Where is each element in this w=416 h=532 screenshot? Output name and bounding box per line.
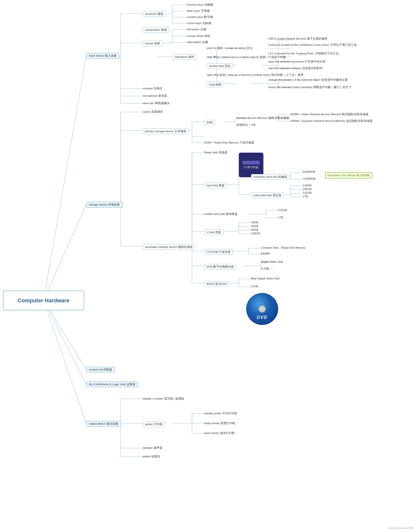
plotter-label: plotter 绘图仪 bbox=[143, 455, 160, 458]
ssd-512-label: 512GB bbox=[303, 191, 312, 194]
mouse-wheel-node: mouse wheel 滚轮 bbox=[187, 34, 210, 38]
u-128gb-node: 128GB bbox=[251, 232, 260, 235]
alu-node: ALU (Arithmetic & Logic Unit) 运算器 bbox=[86, 382, 138, 387]
ssd-1tb-node: 1TB bbox=[303, 195, 308, 198]
number-keys-label: number keys 数字键 bbox=[187, 16, 213, 18]
scanner-node: scanner 扫描仪 bbox=[143, 87, 162, 90]
cdrom-size-node: 640MB bbox=[261, 252, 270, 255]
floppy-line-3 bbox=[242, 163, 260, 164]
ssd-128-label: 128GB bbox=[303, 184, 312, 187]
rom-label: ROM = Read-Only Memory 只读存储器 bbox=[204, 141, 254, 144]
sram-label: SRAM = Static Random Access Memory 静态随机存… bbox=[290, 113, 368, 116]
start-software-node: start the selected software 启动选中的软件 bbox=[268, 66, 323, 70]
keyboard-label: keyboard 键盘 bbox=[143, 11, 166, 17]
storage-device-label: storage device 存储设备 bbox=[86, 202, 123, 208]
drag-label: drag 拖拽 bbox=[207, 82, 224, 87]
right-click-node: right-click 右击 = pop up a shortcut (cont… bbox=[207, 73, 304, 77]
ram-node: RAM bbox=[204, 120, 215, 125]
mouse-label: mouse 鼠标 bbox=[143, 41, 162, 46]
input-device-node: input device 输入设备 bbox=[86, 53, 119, 59]
u-16gb-node: 16GB bbox=[251, 221, 258, 224]
double-click-label: double-click 双击 bbox=[207, 63, 233, 69]
mouse-node: mouse 鼠标 bbox=[143, 41, 162, 46]
svg-line-1 bbox=[44, 204, 86, 300]
luzhou-label: Luzhou is located at the confluence of t… bbox=[268, 43, 360, 46]
alu-label: ALU (Arithmetic & Logic Unit) 运算器 bbox=[86, 382, 138, 387]
open-doc-label: open the selected document 打开选中的文档 bbox=[268, 60, 325, 63]
floppy-lines bbox=[242, 161, 260, 164]
ssd-node: solid state disk 固态盘 bbox=[251, 193, 284, 198]
bdvd-size-label: 27GB bbox=[251, 285, 258, 288]
u-disk-label: U disk 优盘 bbox=[204, 229, 223, 235]
double-click-node: double-click 双击 bbox=[207, 63, 233, 69]
rpm5400-label: 5400RPM bbox=[303, 170, 315, 173]
ssd-256-node: 256GB bbox=[303, 188, 312, 191]
hard-disk-label: hard disk 硬盘 bbox=[204, 183, 227, 188]
keyboard-node: keyboard 键盘 bbox=[143, 11, 166, 17]
bdvd-full-label: Blue Digital Video Disk bbox=[251, 277, 280, 280]
dram-label: DRAM = Dynamic Random Access Memory 动态随机… bbox=[290, 119, 373, 122]
svg-line-3 bbox=[44, 300, 86, 384]
point-to-label: point to 指向 = locate (location) 定位 bbox=[207, 47, 253, 49]
dvd-circle: DVD bbox=[246, 293, 278, 325]
display-label: display | monitor 显示器 | 监视器 bbox=[143, 397, 184, 400]
composition-parent: composition 构成 bbox=[143, 27, 169, 33]
letter-keys-node: letter keys 字母键 bbox=[187, 9, 210, 13]
display-node: display | monitor 显示器 | 监视器 bbox=[143, 397, 184, 401]
dvd-image: DVD bbox=[246, 293, 278, 325]
control-unit-node: control unit 控制器 bbox=[86, 367, 115, 372]
click-label: click 单击 = select one or multiple object… bbox=[207, 56, 286, 59]
number-keys-node: number keys 数字键 bbox=[187, 15, 213, 19]
input-device-label: input device 输入设备 bbox=[86, 53, 119, 59]
watermark: CSDN @howard2005 bbox=[387, 527, 414, 530]
mechanic-label: mechanic hard disk 机械盘 bbox=[251, 174, 289, 180]
secondary-storage-node: secondary storage device 辅助存储器 bbox=[143, 244, 195, 250]
ram-label: RAM bbox=[204, 120, 215, 125]
cdrom-full-node: Compact Disk - Read-Only Memory bbox=[261, 246, 305, 249]
primary-storage-node: primary storage device 主存储器 bbox=[143, 129, 189, 134]
left-button-label: left button 左键 bbox=[187, 28, 206, 31]
scanner-label: scanner 扫描仪 bbox=[143, 87, 162, 90]
rpm5400-node: 5400RPM bbox=[303, 170, 315, 173]
mobile-512-node: 512GB bbox=[278, 209, 287, 211]
floppy-line-1 bbox=[242, 161, 260, 162]
change-pos-node: change the position of the selected obje… bbox=[268, 78, 348, 82]
speaker-node: speaker 扬声器 bbox=[143, 446, 162, 450]
mobile-hdd-label: mobile hard disk 移动硬盘 bbox=[204, 212, 238, 215]
left-button-node: left button 左键 bbox=[187, 28, 206, 31]
dvd-full-node: Digital Video Disk bbox=[261, 260, 283, 263]
start-software-label: start the selected software 启动选中的软件 bbox=[268, 67, 323, 70]
central-title-box: Computer Hardware bbox=[3, 290, 84, 310]
open-doc-node: open the selected document 打开选中的文档 bbox=[268, 60, 325, 64]
bdvd-node: BDVD 蓝光DVD bbox=[204, 281, 229, 287]
right-click-label: right-click 右击 = pop up a shortcut (cont… bbox=[207, 73, 304, 76]
rpm7200-label: 7200RPM bbox=[303, 177, 315, 180]
dvd-hole bbox=[258, 305, 266, 313]
svg-line-4 bbox=[44, 300, 86, 423]
change-pos-label: change the position of the selected obje… bbox=[268, 78, 348, 81]
u-64gb-label: 64GB bbox=[251, 228, 258, 231]
bdvd-label: BDVD 蓝光DVD bbox=[204, 281, 229, 287]
u-128gb-label: 128GB bbox=[251, 232, 260, 235]
floppy-image: 3.5英寸软盘 bbox=[239, 153, 263, 177]
function-keys-label: function keys 功能键 bbox=[187, 3, 213, 6]
primary-storage-label: primary storage device 主存储器 bbox=[143, 129, 189, 134]
cdrom-full-label: Compact Disk - Read-Only Memory bbox=[261, 246, 305, 249]
bdvd-full-node: Blue Digital Video Disk bbox=[251, 277, 280, 280]
ssd-512-node: 512GB bbox=[303, 191, 312, 194]
ssd-256-label: 256GB bbox=[303, 188, 312, 191]
mechanic-node: mechanic hard disk 机械盘 bbox=[251, 174, 289, 180]
resize-label: resize the selected object (window) 调整选中… bbox=[268, 86, 352, 89]
inkjet-printer-label: inkjet printer 喷墨打印机 bbox=[204, 422, 235, 425]
ssd-label: solid state disk 固态盘 bbox=[251, 193, 284, 198]
cursor-keys-label: cursor keys 光标键 bbox=[187, 22, 211, 25]
cdrom-size-label: 640MB bbox=[261, 252, 270, 255]
inkjet-printer-node: inkjet printer 喷墨打印机 bbox=[204, 421, 235, 425]
cdrom-node: CD-ROM 只读光盘 bbox=[204, 249, 233, 255]
floppy-size-label: 3.5英寸软盘 bbox=[244, 165, 258, 169]
hard-disk-node: hard disk 硬盘 bbox=[204, 183, 227, 188]
rpm7200-node: 7200RPM bbox=[303, 177, 315, 180]
mobile-1tb-label: 1TB bbox=[278, 216, 283, 219]
laser-printer-node: laser printer 激光打印机 bbox=[204, 431, 235, 435]
lzy-label: LZY is located by the Tuojiang River. 沪招… bbox=[268, 52, 342, 55]
